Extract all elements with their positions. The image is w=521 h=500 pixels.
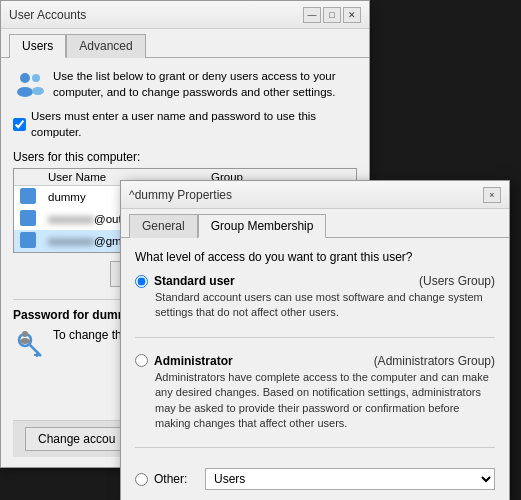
info-row: Use the list below to grant or deny user… (13, 68, 357, 100)
admin-label: Administrator (154, 354, 233, 368)
dialog-close-button[interactable]: × (483, 187, 501, 203)
standard-group-label: (Users Group) (419, 274, 495, 288)
avatar (20, 210, 36, 226)
maximize-button[interactable]: □ (323, 7, 341, 23)
checkbox-row: Users must enter a user name and passwor… (13, 108, 357, 140)
change-account-button[interactable]: Change accou (25, 427, 128, 451)
svg-point-9 (20, 338, 30, 344)
admin-description: Administrators have complete access to t… (155, 370, 495, 432)
admin-group-label: (Administrators Group) (374, 354, 495, 368)
option-administrator: Administrator (Administrators Group) Adm… (135, 354, 495, 432)
main-title: User Accounts (9, 8, 86, 22)
redacted-username: xxxxxxxx (48, 213, 94, 225)
dialog-content: What level of access do you want to gran… (121, 238, 509, 500)
radio-other[interactable] (135, 473, 148, 486)
radio-administrator[interactable] (135, 354, 148, 367)
standard-description: Standard account users can use most soft… (155, 290, 495, 321)
svg-point-3 (32, 87, 44, 95)
standard-header: Standard user (Users Group) (135, 274, 495, 288)
radio-standard[interactable] (135, 275, 148, 288)
avatar (20, 232, 36, 248)
main-titlebar: User Accounts — □ ✕ (1, 1, 369, 29)
key-icon (13, 328, 45, 360)
password-description: To change the (53, 328, 128, 342)
svg-point-8 (22, 331, 28, 337)
col-icon (14, 169, 42, 186)
standard-label: Standard user (154, 274, 235, 288)
tab-users[interactable]: Users (9, 34, 66, 58)
info-text: Use the list below to grant or deny user… (53, 68, 357, 100)
svg-point-1 (17, 87, 33, 97)
tab-general[interactable]: General (129, 214, 198, 238)
dialog-tabs: General Group Membership (121, 209, 509, 238)
other-label: Other: (154, 472, 199, 486)
svg-point-0 (20, 73, 30, 83)
other-select[interactable]: Users Administrators Guests (205, 468, 495, 490)
svg-point-2 (32, 74, 40, 82)
users-icon (13, 68, 45, 100)
redacted-username: xxxxxxxx (48, 235, 94, 247)
separator (135, 337, 495, 338)
password-text: To change the (53, 328, 128, 342)
users-section-label: Users for this computer: (13, 150, 357, 164)
require-password-checkbox[interactable] (13, 118, 26, 131)
main-tabs: Users Advanced (1, 29, 369, 58)
dialog-title: ^dummy Properties (129, 188, 232, 202)
dialog-window-controls: × (483, 187, 501, 203)
tab-group-membership[interactable]: Group Membership (198, 214, 327, 238)
dialog-question: What level of access do you want to gran… (135, 250, 495, 264)
dialog-titlebar: ^dummy Properties × (121, 181, 509, 209)
user-avatar-cell (14, 208, 42, 230)
user-avatar-cell (14, 230, 42, 252)
checkbox-label: Users must enter a user name and passwor… (31, 108, 357, 140)
user-avatar-cell (14, 186, 42, 209)
avatar (20, 188, 36, 204)
separator (135, 447, 495, 448)
option-standard: Standard user (Users Group) Standard acc… (135, 274, 495, 321)
main-window-controls: — □ ✕ (303, 7, 361, 23)
properties-dialog: ^dummy Properties × General Group Member… (120, 180, 510, 500)
radio-group: Standard user (Users Group) Standard acc… (135, 274, 495, 490)
tab-advanced[interactable]: Advanced (66, 34, 145, 58)
close-button[interactable]: ✕ (343, 7, 361, 23)
admin-header: Administrator (Administrators Group) (135, 354, 495, 368)
minimize-button[interactable]: — (303, 7, 321, 23)
option-other: Other: Users Administrators Guests (135, 468, 495, 490)
